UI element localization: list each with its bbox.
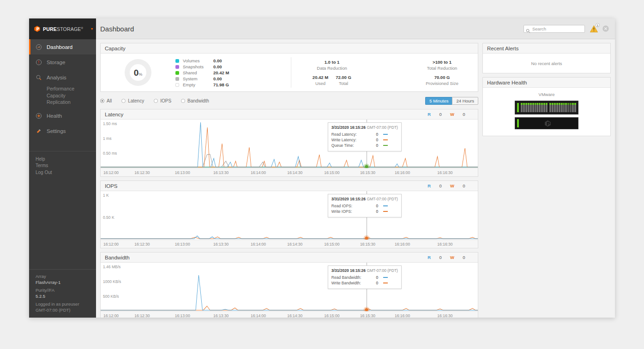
tooltip-timezone: GMT-07:00 (PDT) <box>367 197 398 201</box>
sidebar-link-logout[interactable]: Log Out <box>36 169 96 176</box>
drive-bay[interactable] <box>546 103 548 112</box>
close-circle-icon[interactable] <box>602 25 609 32</box>
radio-iops[interactable]: IOPS <box>154 98 171 103</box>
tooltip-key: Read Bandwidth: <box>331 275 371 280</box>
iops-tooltip: 3/31/2020 16:15:26 GMT-07:00 (PDT) Read … <box>328 194 402 217</box>
drive-bay[interactable] <box>532 103 534 112</box>
write-key: W <box>450 255 454 260</box>
radio-bandwidth[interactable]: Bandwidth <box>181 98 209 103</box>
top-bar-actions: 1 <box>524 24 609 33</box>
drive-bay[interactable] <box>523 103 525 112</box>
total-block: 72.00 G Total <box>334 75 353 86</box>
sidebar-item-settings[interactable]: Settings <box>29 124 96 139</box>
sidebar-item-storage[interactable]: Storage <box>29 54 96 70</box>
write-iops-series <box>101 237 478 239</box>
sidebar-item-label: Dashboard <box>47 44 72 50</box>
provisioned-label: Provisioned Size <box>426 81 458 86</box>
sidebar-item-label: Settings <box>47 128 66 134</box>
range-5-minutes[interactable]: 5 Minutes <box>425 97 452 105</box>
tooltip-key: Read Latency: <box>331 132 371 137</box>
drive-bay[interactable] <box>559 103 560 112</box>
drive-bay[interactable] <box>554 103 556 112</box>
legend-value: 71.98 G <box>213 82 229 87</box>
drive-bay[interactable] <box>528 103 530 112</box>
xtick: 16:13:30 <box>213 313 229 318</box>
write-value: 0 <box>454 183 474 188</box>
bandwidth-tooltip: 3/31/2020 16:15:26 GMT-07:00 (PDT) Read … <box>328 265 402 289</box>
capacity-donut-wrap: 0% <box>101 54 175 91</box>
latency-chart-header: Latency R 0 W 0 <box>101 109 478 120</box>
bandwidth-chart-body[interactable]: 1.46 MB/s 1000 KB/s 500 KB/s 3/31/2020 1… <box>101 263 478 318</box>
bandwidth-ytick-3: 500 KB/s <box>103 294 119 299</box>
search-input[interactable] <box>524 26 584 31</box>
legend-swatch-system <box>175 77 179 81</box>
iops-ytick-2: 0.50 K <box>103 215 114 220</box>
sidebar-item-dashboard[interactable]: Dashboard <box>29 39 96 54</box>
drive-bay[interactable] <box>536 103 538 112</box>
sidebar-links: Help Terms Log Out <box>29 151 96 176</box>
drive-bay[interactable] <box>561 103 563 112</box>
sidebar-link-terms[interactable]: Terms <box>36 162 96 169</box>
drive-bay[interactable] <box>556 103 558 112</box>
tooltip-date: 3/31/2020 16:15:26 <box>331 125 366 130</box>
sidebar-subitem-capacity[interactable]: Capacity <box>47 92 96 99</box>
drive-bay[interactable] <box>565 103 567 112</box>
drive-bay[interactable] <box>535 103 536 112</box>
total-value: 72.00 G <box>334 75 353 80</box>
caret-down-icon[interactable]: ▾ <box>91 27 93 31</box>
radio-dot <box>154 99 158 103</box>
xtick: 16:13:00 <box>175 242 190 247</box>
sidebar-link-help[interactable]: Help <box>36 156 96 163</box>
tooltip-key: Read IOPS: <box>331 203 371 209</box>
read-value: 0 <box>431 112 450 117</box>
sidebar-subitem-performance[interactable]: Performance <box>47 85 96 92</box>
controller-diagram[interactable] <box>515 117 578 129</box>
read-key: R <box>427 255 431 260</box>
brand-logo-bar[interactable]: PURESTORAGE® ▾ <box>29 18 96 39</box>
used-label: Used <box>311 81 330 86</box>
settings-icon <box>35 128 42 135</box>
read-iops-series <box>101 236 478 239</box>
drive-bay[interactable] <box>521 103 523 112</box>
alerts-button[interactable]: 1 <box>590 24 598 33</box>
drive-shelf-diagram[interactable] <box>515 101 578 114</box>
capacity-stats: 1.0 to 1 Data Reduction 20.42 M Used <box>291 54 478 91</box>
iops-chart-body[interactable]: 1 K 0.50 K 3/31/2020 16:15:26 GMT-07:00 … <box>101 191 478 248</box>
drive-bay[interactable] <box>572 103 574 112</box>
drive-bay[interactable] <box>539 103 541 112</box>
drive-bay[interactable] <box>543 103 545 112</box>
tooltip-timezone: GMT-07:00 (PDT) <box>367 268 398 273</box>
write-value: 0 <box>454 255 474 260</box>
capacity-card-header: Capacity <box>101 43 478 54</box>
drive-bay[interactable] <box>525 103 527 112</box>
legend-swatch-shared <box>175 71 179 75</box>
bandwidth-plot-svg <box>101 263 478 311</box>
used-value: 20.42 M <box>311 75 330 80</box>
drive-bay[interactable] <box>563 103 565 112</box>
recent-alerts-title: Recent Alerts <box>487 46 518 51</box>
bandwidth-chart-card: Bandwidth R 0 W 0 <box>100 252 478 318</box>
sidebar-item-health[interactable]: Health <box>29 108 96 124</box>
tooltip-row: Read Bandwidth: 0 <box>331 275 398 280</box>
radio-all[interactable]: All <box>100 98 112 103</box>
latency-chart-body[interactable]: 1.50 ms 1 ms 0.50 ms 3/31/2020 16:15:26 … <box>101 120 478 176</box>
sidebar-item-analysis[interactable]: Analysis <box>29 70 96 85</box>
range-24-hours[interactable]: 24 Hours <box>452 97 478 105</box>
search-box[interactable] <box>524 25 585 33</box>
drive-bay[interactable] <box>574 103 576 112</box>
sidebar-subitem-replication[interactable]: Replication <box>47 99 96 106</box>
drive-bay[interactable] <box>552 103 554 112</box>
iops-plot-svg <box>101 191 478 240</box>
drive-bay[interactable] <box>567 103 569 112</box>
xtick: 16:16:30 <box>437 170 452 175</box>
latency-rw-summary: R 0 W 0 <box>427 112 474 117</box>
drive-bay[interactable] <box>541 103 543 112</box>
tooltip-value: 0 <box>371 137 383 143</box>
tooltip-row: Queue Time: 0 <box>331 143 398 148</box>
radio-latency[interactable]: Latency <box>121 98 144 103</box>
purity-gui-window: PURESTORAGE® ▾ Dashboard <box>29 18 615 318</box>
drive-bay[interactable] <box>530 103 532 112</box>
drive-bay[interactable] <box>570 103 572 112</box>
sidebar-item-label: Analysis <box>47 75 66 80</box>
drive-bay[interactable] <box>549 103 551 112</box>
